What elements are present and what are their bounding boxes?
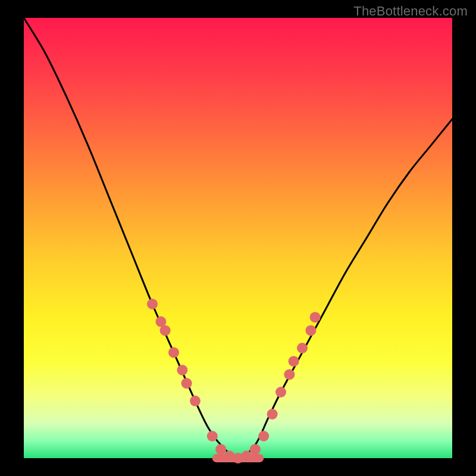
bottleneck-curve <box>24 18 452 458</box>
chart-frame: TheBottleneck.com <box>0 0 476 476</box>
highlight-dot <box>168 347 179 358</box>
highlight-dot <box>177 365 187 375</box>
highlight-dot <box>310 312 321 322</box>
highlight-dots <box>147 299 321 464</box>
highlight-dot <box>258 431 269 441</box>
highlight-dot <box>160 325 171 336</box>
highlight-dot <box>181 378 192 389</box>
highlight-dot <box>275 387 286 397</box>
highlight-dot <box>207 431 218 441</box>
highlight-dot <box>284 369 295 380</box>
watermark-text: TheBottleneck.com <box>353 4 468 19</box>
highlight-dot <box>250 444 261 455</box>
highlight-dot <box>215 444 226 455</box>
chart-svg <box>24 18 452 458</box>
bottom-bar <box>212 454 264 462</box>
highlight-dot <box>147 299 158 309</box>
highlight-dot <box>267 409 278 419</box>
highlight-dot <box>297 343 308 353</box>
highlight-dot <box>305 325 316 336</box>
highlight-dot <box>289 356 299 367</box>
plot-area <box>24 18 452 458</box>
highlight-dot <box>190 396 201 406</box>
